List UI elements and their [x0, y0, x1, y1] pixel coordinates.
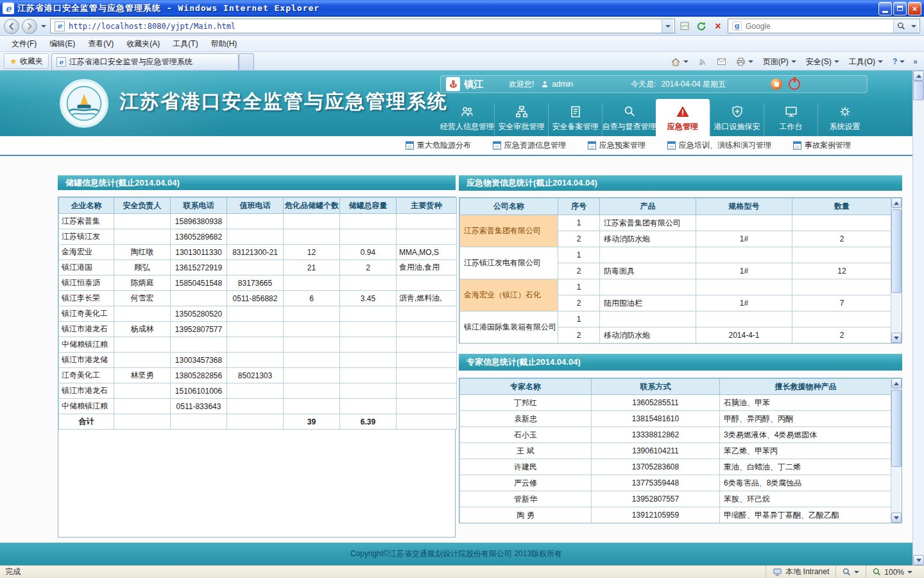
experts-scrollbar[interactable] — [891, 378, 902, 523]
tank-cell — [340, 399, 397, 414]
tank-cell: 12 — [284, 245, 340, 260]
favorites-button[interactable]: ★ 收藏夹 — [4, 53, 49, 69]
main-nav: 经营人信息管理 安全审批管理 安全备案管理 自查与督查管理 — [440, 99, 871, 136]
scroll-thumb[interactable] — [891, 390, 902, 467]
nav-workbench[interactable]: 工作台 — [764, 104, 817, 136]
supplies-company-cell: 江苏镇江发电有限公司 — [460, 247, 558, 279]
tank-header-cell: 联系电话 — [171, 198, 227, 214]
tank-cell: 83121300-21 — [227, 245, 284, 260]
tools-menu-button[interactable]: 工具(O) — [845, 55, 887, 69]
compatibility-view-button[interactable] — [678, 19, 692, 34]
scroll-down-icon[interactable] — [891, 333, 902, 343]
home-button[interactable] — [667, 56, 692, 68]
help-button[interactable]: ? — [889, 56, 909, 67]
close-button[interactable]: × — [908, 2, 921, 15]
nav-port-security[interactable]: 港口设施保安 — [710, 104, 764, 136]
zoom-menu-button[interactable] — [835, 566, 866, 578]
new-tab-button[interactable] — [239, 53, 254, 70]
search-box[interactable]: g — [728, 19, 920, 33]
search-button[interactable] — [893, 19, 909, 33]
restore-button[interactable] — [893, 2, 907, 15]
scroll-thumb[interactable] — [891, 209, 902, 293]
computer-icon — [773, 568, 782, 577]
tank-cell — [284, 214, 340, 229]
subnav-plan-management[interactable]: 应急预案管理 — [588, 140, 646, 151]
subnav-case-management[interactable]: 事故案例管理 — [793, 140, 851, 151]
nav-system-settings[interactable]: 系统设置 — [817, 104, 871, 136]
nav-inspection[interactable]: 自查与督查管理 — [602, 104, 656, 136]
menu-favorites[interactable]: 收藏夹(A) — [120, 37, 166, 51]
scroll-down-icon[interactable] — [891, 512, 902, 523]
experts-cell: 6类毒害品、8类腐蚀品 — [720, 475, 891, 491]
supplies-header-cell: 产品 — [600, 198, 696, 215]
tank-cell — [114, 383, 171, 399]
menu-tools[interactable]: 工具(T) — [166, 37, 204, 51]
scroll-up-icon[interactable] — [913, 71, 924, 81]
nav-operator-info[interactable]: 经营人信息管理 — [440, 104, 494, 136]
menu-view[interactable]: 查看(V) — [81, 37, 120, 51]
feeds-icon[interactable] — [694, 56, 711, 67]
scroll-thumb[interactable] — [913, 81, 924, 100]
minimize-button[interactable] — [878, 2, 892, 15]
tank-cell: 中储粮镇江粮 — [59, 337, 114, 353]
subnav-hazard-distribution[interactable]: 重大危险源分布 — [406, 140, 471, 151]
page-menu-button[interactable]: 页面(P) — [759, 55, 800, 69]
address-bar[interactable]: e — [50, 19, 675, 33]
supplies-scrollbar[interactable] — [891, 198, 902, 343]
tank-cell: 15850451548 — [171, 276, 227, 291]
toolbar-overflow-icon[interactable]: » — [911, 57, 920, 66]
scroll-up-icon[interactable] — [891, 198, 902, 208]
menu-edit[interactable]: 编辑(E) — [43, 37, 81, 51]
tank-cell — [397, 368, 457, 383]
tank-cell — [284, 322, 340, 337]
tank-cell: 江奇美化工 — [59, 368, 114, 383]
logout-icon[interactable] — [789, 78, 800, 90]
recent-pages-dropdown[interactable] — [40, 19, 47, 34]
subnav-resource-info[interactable]: 应急资源信息管理 — [493, 140, 566, 151]
experts-row: 丁邦红13605285511石脑油、甲苯 — [460, 395, 891, 411]
browser-tab[interactable]: e 江苏省港口安全监管与应急管理系统 — [51, 53, 239, 70]
menu-help[interactable]: 帮助(H) — [205, 37, 244, 51]
tank-cell — [171, 337, 227, 353]
scroll-down-icon[interactable] — [913, 555, 924, 565]
tank-header-cell: 储罐总容量 — [340, 198, 397, 214]
refresh-button[interactable] — [694, 19, 708, 34]
safety-menu-button[interactable]: 安全(S) — [802, 55, 843, 69]
tank-cell — [397, 383, 457, 399]
tank-cell: 6 — [284, 291, 340, 306]
tank-cell — [284, 306, 340, 322]
tank-row: 江奇美化工林坚勇1380528285685021303 — [59, 368, 457, 383]
search-options-dropdown[interactable] — [909, 19, 918, 33]
scroll-up-icon[interactable] — [891, 378, 902, 389]
print-button[interactable] — [732, 56, 757, 67]
nav-emergency[interactable]: 应急管理 — [656, 99, 710, 136]
tank-cell — [227, 322, 284, 337]
tank-cell: 镇江市港龙石 — [59, 383, 114, 399]
experts-cell: 甲缩醛、甲基异丁基酮、乙酸乙酯 — [720, 507, 891, 523]
subnav-training-drill[interactable]: 应急培训、演练和演习管理 — [667, 140, 771, 151]
tank-cell: 3.45 — [340, 291, 397, 306]
tank-cell — [397, 322, 457, 337]
nav-safety-record[interactable]: 安全备案管理 — [548, 104, 602, 136]
zoom-level-button[interactable]: 100% — [866, 566, 919, 578]
tank-cell: 陈炳庭 — [114, 276, 171, 291]
menu-file[interactable]: 文件(F) — [5, 37, 43, 51]
page-icon — [793, 141, 801, 150]
supplies-company-cell: 镇江港国际集装箱有限公司 — [460, 311, 558, 344]
tank-cell: 中储粮镇江粮 — [59, 399, 114, 414]
page-scrollbar[interactable] — [912, 71, 924, 565]
url-history-dropdown[interactable] — [662, 19, 673, 33]
forward-button[interactable] — [22, 19, 37, 34]
url-input[interactable] — [67, 21, 662, 31]
home-shortcut-icon[interactable] — [771, 78, 782, 90]
search-input[interactable] — [744, 21, 893, 31]
nav-safety-approval[interactable]: 安全审批管理 — [494, 104, 548, 136]
experts-row: 陶 勇13912105959甲缩醛、甲基异丁基酮、乙酸乙酯 — [460, 507, 891, 523]
back-button[interactable] — [4, 19, 19, 34]
supplies-cell — [696, 247, 792, 263]
google-icon: g — [732, 21, 742, 31]
supplies-cell: 1# — [696, 295, 792, 311]
mail-icon[interactable] — [713, 57, 730, 67]
sub-nav: 重大危险源分布 应急资源信息管理 应急预案管理 应急培训、演练和演习管理 事故案… — [0, 136, 912, 156]
stop-button[interactable]: × — [711, 19, 725, 34]
